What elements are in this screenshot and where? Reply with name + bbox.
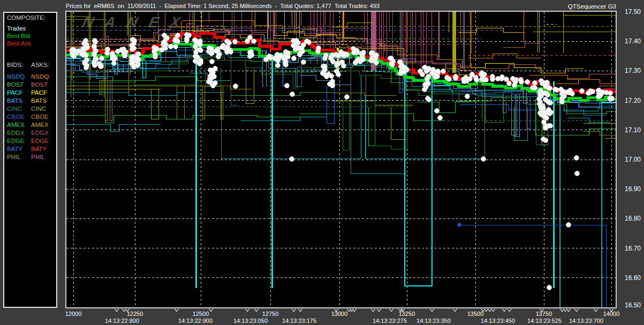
svg-text:PACF: PACF bbox=[31, 89, 47, 96]
svg-text:14:13:23:525: 14:13:23:525 bbox=[527, 318, 562, 324]
svg-text:13500: 13500 bbox=[467, 311, 484, 317]
svg-text:17.40: 17.40 bbox=[625, 37, 641, 45]
svg-text:PACF: PACF bbox=[7, 89, 23, 96]
svg-text:BIDS:: BIDS: bbox=[7, 62, 23, 68]
svg-text:PHIL: PHIL bbox=[31, 154, 45, 160]
svg-text:BATS: BATS bbox=[31, 97, 47, 104]
svg-text:EDGE: EDGE bbox=[7, 138, 25, 144]
svg-text:14000: 14000 bbox=[603, 311, 620, 317]
svg-text:12000: 12000 bbox=[65, 311, 82, 317]
svg-text:13750: 13750 bbox=[536, 311, 552, 317]
svg-text:14:13:23:700: 14:13:23:700 bbox=[569, 318, 603, 324]
svg-text:16.50: 16.50 bbox=[625, 301, 641, 309]
svg-text:14:13:22:900: 14:13:22:900 bbox=[178, 318, 213, 324]
svg-text:Trades: Trades bbox=[7, 25, 26, 32]
svg-text:CINC: CINC bbox=[7, 105, 22, 112]
svg-text:Best Ask: Best Ask bbox=[7, 40, 31, 47]
svg-text:AMEX: AMEX bbox=[7, 122, 25, 128]
svg-text:PHIL: PHIL bbox=[7, 154, 21, 160]
svg-text:17.10: 17.10 bbox=[625, 126, 641, 134]
svg-text:12250: 12250 bbox=[127, 311, 143, 317]
svg-text:14:13:23:350: 14:13:23:350 bbox=[416, 318, 451, 324]
svg-text:12500: 12500 bbox=[193, 311, 209, 317]
svg-text:16.60: 16.60 bbox=[625, 274, 641, 282]
svg-text:16.70: 16.70 bbox=[625, 245, 641, 252]
svg-text:ASKS:: ASKS: bbox=[31, 62, 49, 68]
svg-text:14:13:23:175: 14:13:23:175 bbox=[282, 318, 316, 324]
svg-text:NSDQ: NSDQ bbox=[31, 73, 49, 80]
svg-text:BATY: BATY bbox=[7, 146, 23, 152]
svg-text:BOST: BOST bbox=[31, 81, 48, 88]
svg-text:Prices for eRMBS on 11/09/2: Prices for eRMBS on 11/09/2011 - Elapsed… bbox=[66, 3, 380, 9]
svg-text:17.00: 17.00 bbox=[625, 156, 641, 163]
svg-text:14:13:23:275: 14:13:23:275 bbox=[373, 318, 407, 324]
svg-text:13250: 13250 bbox=[399, 311, 415, 317]
svg-text:EDGX: EDGX bbox=[7, 130, 25, 136]
svg-text:CBOE: CBOE bbox=[7, 114, 25, 120]
svg-text:COMPOSITE:: COMPOSITE: bbox=[7, 14, 46, 21]
svg-text:17.20: 17.20 bbox=[625, 97, 641, 104]
svg-text:CBOE: CBOE bbox=[31, 114, 49, 120]
svg-text:Best Bid: Best Bid bbox=[7, 33, 30, 39]
svg-text:BATS: BATS bbox=[7, 97, 23, 104]
svg-text:NSDQ: NSDQ bbox=[7, 73, 25, 80]
svg-text:BOST: BOST bbox=[7, 81, 24, 88]
svg-text:NANEX: NANEX bbox=[81, 13, 194, 31]
svg-text:AMEX: AMEX bbox=[31, 122, 49, 128]
svg-text:14:13:23:050: 14:13:23:050 bbox=[233, 318, 268, 324]
svg-text:BATY: BATY bbox=[31, 146, 47, 152]
svg-text:12750: 12750 bbox=[262, 311, 279, 317]
svg-text:14:13:23:450: 14:13:23:450 bbox=[481, 318, 515, 324]
svg-text:EDGX: EDGX bbox=[31, 130, 49, 136]
svg-text:QTSequencer G3: QTSequencer G3 bbox=[568, 3, 616, 10]
svg-text:EDGE: EDGE bbox=[31, 138, 49, 144]
svg-text:CINC: CINC bbox=[31, 105, 46, 112]
svg-text:13000: 13000 bbox=[331, 311, 348, 317]
svg-text:16.80: 16.80 bbox=[625, 215, 641, 222]
svg-text:17.30: 17.30 bbox=[625, 67, 641, 74]
svg-text:16.90: 16.90 bbox=[625, 185, 641, 193]
svg-text:17.50: 17.50 bbox=[625, 8, 641, 16]
svg-text:14:13:22:800: 14:13:22:800 bbox=[105, 318, 139, 324]
